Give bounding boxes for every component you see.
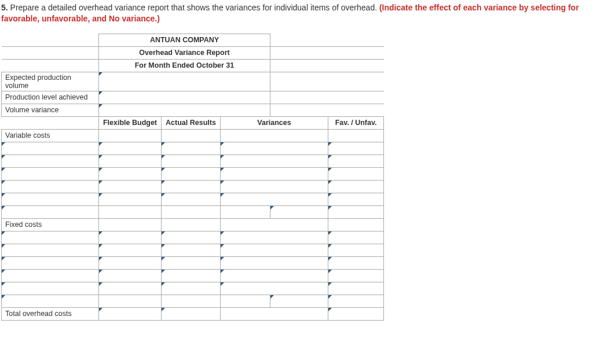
fav-unfav-select[interactable] bbox=[328, 142, 384, 155]
variable-item-input[interactable] bbox=[2, 142, 99, 155]
fav-unfav-select[interactable] bbox=[328, 307, 384, 320]
expected-volume-label: Expected production volume bbox=[2, 72, 99, 91]
flex-budget-input[interactable] bbox=[99, 282, 162, 295]
variance-total bbox=[221, 307, 328, 320]
blank-cell bbox=[2, 59, 99, 72]
variable-item-input[interactable] bbox=[2, 180, 99, 193]
fixed-item-input[interactable] bbox=[2, 244, 99, 256]
variance-input[interactable] bbox=[221, 180, 328, 193]
blank-cell bbox=[270, 59, 384, 72]
question-text: Prepare a detailed overhead variance rep… bbox=[10, 3, 379, 12]
variance-input[interactable] bbox=[221, 244, 328, 256]
flex-budget-input[interactable] bbox=[99, 155, 162, 167]
blank-cell bbox=[162, 218, 221, 231]
volume-variance-input[interactable] bbox=[99, 104, 270, 116]
blank-cell bbox=[2, 116, 99, 129]
actual-results-input[interactable] bbox=[162, 180, 221, 193]
fixed-item-input[interactable] bbox=[2, 256, 99, 269]
blank-cell bbox=[2, 34, 99, 46]
fav-unfav-select[interactable] bbox=[328, 155, 384, 167]
col-flex-budget: Flexible Budget bbox=[99, 116, 162, 129]
flex-budget-input[interactable] bbox=[99, 180, 162, 193]
total-overhead-label: Total overhead costs bbox=[2, 307, 99, 320]
flex-budget-input[interactable] bbox=[99, 193, 162, 205]
fav-unfav-select[interactable] bbox=[328, 256, 384, 269]
flex-budget-input[interactable] bbox=[99, 142, 162, 155]
fav-unfav-select[interactable] bbox=[328, 167, 384, 180]
flex-budget-input[interactable] bbox=[99, 244, 162, 256]
question-prompt: 5. Prepare a detailed overhead variance … bbox=[0, 2, 593, 30]
actual-results-input[interactable] bbox=[162, 193, 221, 205]
actual-results-input[interactable] bbox=[162, 167, 221, 180]
variance-input[interactable] bbox=[221, 282, 328, 295]
blank-cell bbox=[2, 46, 99, 59]
actual-results-input[interactable] bbox=[162, 155, 221, 167]
blank-cell bbox=[99, 218, 162, 231]
variance-subtotal-left bbox=[221, 205, 270, 218]
fixed-item-input[interactable] bbox=[2, 282, 99, 295]
col-actual-results: Actual Results bbox=[162, 116, 221, 129]
flex-budget-input[interactable] bbox=[99, 256, 162, 269]
expected-volume-input[interactable] bbox=[99, 72, 270, 91]
actual-results-total[interactable] bbox=[162, 307, 221, 320]
actual-results-subtotal bbox=[162, 205, 221, 218]
variable-item-input[interactable] bbox=[2, 205, 99, 218]
actual-results-input[interactable] bbox=[162, 269, 221, 282]
company-header: ANTUAN COMPANY bbox=[99, 34, 270, 46]
variance-input[interactable] bbox=[221, 193, 328, 205]
volume-variance-label: Volume variance bbox=[2, 104, 99, 116]
col-fav-unfav: Fav. / Unfav. bbox=[328, 116, 384, 129]
overhead-variance-table: ANTUAN COMPANY Overhead Variance Report … bbox=[1, 34, 384, 321]
flex-budget-input[interactable] bbox=[99, 269, 162, 282]
blank-cell bbox=[270, 72, 384, 91]
variance-input[interactable] bbox=[221, 142, 328, 155]
blank-cell bbox=[270, 91, 384, 104]
blank-cell bbox=[270, 34, 384, 46]
fixed-item-input[interactable] bbox=[2, 295, 99, 307]
fav-unfav-select[interactable] bbox=[328, 193, 384, 205]
variable-item-input[interactable] bbox=[2, 155, 99, 167]
fav-unfav-select[interactable] bbox=[328, 231, 384, 244]
variance-input[interactable] bbox=[221, 269, 328, 282]
blank-cell bbox=[328, 129, 384, 142]
report-title: Overhead Variance Report bbox=[99, 46, 270, 59]
report-period: For Month Ended October 31 bbox=[99, 59, 270, 72]
fav-unfav-select[interactable] bbox=[328, 295, 384, 307]
blank-cell bbox=[328, 218, 384, 231]
fixed-item-input[interactable] bbox=[2, 231, 99, 244]
fav-unfav-select[interactable] bbox=[328, 180, 384, 193]
flex-budget-total[interactable] bbox=[99, 307, 162, 320]
actual-results-input[interactable] bbox=[162, 231, 221, 244]
variance-input[interactable] bbox=[221, 167, 328, 180]
fav-unfav-select[interactable] bbox=[328, 205, 384, 218]
variance-subtotal-left bbox=[221, 295, 270, 307]
blank-cell bbox=[270, 46, 384, 59]
production-achieved-label: Production level achieved bbox=[2, 91, 99, 104]
actual-results-input[interactable] bbox=[162, 142, 221, 155]
blank-cell bbox=[221, 218, 328, 231]
fav-unfav-select[interactable] bbox=[328, 269, 384, 282]
actual-results-input[interactable] bbox=[162, 282, 221, 295]
blank-cell bbox=[99, 129, 162, 142]
flex-budget-subtotal bbox=[99, 205, 162, 218]
fixed-item-input[interactable] bbox=[2, 269, 99, 282]
col-variances: Variances bbox=[221, 116, 328, 129]
production-achieved-input[interactable] bbox=[99, 91, 270, 104]
flex-budget-input[interactable] bbox=[99, 167, 162, 180]
fav-unfav-select[interactable] bbox=[328, 244, 384, 256]
variable-item-input[interactable] bbox=[2, 167, 99, 180]
flex-budget-subtotal bbox=[99, 295, 162, 307]
variance-input[interactable] bbox=[221, 231, 328, 244]
blank-cell bbox=[162, 129, 221, 142]
flex-budget-input[interactable] bbox=[99, 231, 162, 244]
fav-unfav-select[interactable] bbox=[328, 282, 384, 295]
variance-input[interactable] bbox=[221, 155, 328, 167]
variance-subtotal-right[interactable] bbox=[270, 205, 328, 218]
variance-input[interactable] bbox=[221, 256, 328, 269]
variable-costs-label: Variable costs bbox=[2, 129, 99, 142]
variance-subtotal-right[interactable] bbox=[270, 295, 328, 307]
actual-results-input[interactable] bbox=[162, 244, 221, 256]
blank-cell bbox=[221, 129, 328, 142]
variable-item-input[interactable] bbox=[2, 193, 99, 205]
actual-results-input[interactable] bbox=[162, 256, 221, 269]
